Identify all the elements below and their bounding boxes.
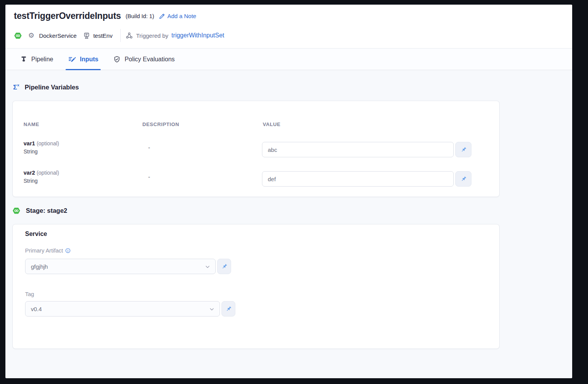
column-header-description: DESCRIPTION (142, 121, 179, 127)
meta-row: ⚙ DockerService testEnv (14, 29, 224, 42)
app-window: testTriggerOverrideInputs (Build Id: 1) … (5, 5, 572, 378)
service-card: Service Primary Artifact gfgjhjh (12, 224, 500, 349)
triggered-by-label: Triggered by (136, 32, 169, 39)
build-id: (Build Id: 1) (125, 13, 154, 19)
info-icon[interactable] (65, 248, 71, 253)
add-note-label: Add a Note (167, 13, 196, 19)
pipeline-icon (20, 56, 27, 63)
divider (120, 29, 121, 42)
pin-button[interactable] (455, 142, 471, 157)
pencil-icon (159, 13, 165, 19)
variable-type: String (24, 178, 59, 184)
column-header-name: NAME (24, 121, 39, 127)
tab-policy-label: Policy Evaluations (125, 56, 175, 63)
tab-pipeline[interactable]: Pipeline (19, 49, 54, 70)
service-name: DockerService (39, 32, 77, 39)
shield-check-icon (113, 56, 121, 63)
variable-description: - (148, 144, 150, 151)
webhook-trigger-icon (125, 32, 133, 39)
primary-artifact-field-group: gfgjhjh (25, 259, 231, 274)
variable-value-input[interactable] (262, 171, 454, 187)
gear-icon: ⚙ (28, 32, 34, 39)
tag-select[interactable]: v0.4 (25, 301, 220, 317)
sigma-variables-icon: Σ× (13, 83, 19, 91)
tab-inputs[interactable]: Inputs (67, 49, 99, 70)
service-card-title: Service (25, 231, 47, 237)
pin-button[interactable] (455, 171, 471, 187)
variable-optional-label: (optional) (37, 170, 59, 176)
variable-description: - (148, 173, 150, 180)
tag-value: v0.4 (31, 306, 42, 312)
chevron-down-icon (209, 306, 215, 312)
tab-policy-evaluations[interactable]: Policy Evaluations (112, 49, 176, 70)
column-header-value: VALUE (263, 121, 280, 127)
tag-label: Tag (25, 291, 34, 297)
tag-field-group: v0.4 (25, 301, 235, 317)
pipeline-variables-title: Pipeline Variables (25, 84, 79, 91)
inputs-edit-icon (68, 55, 76, 63)
variable-value-group (262, 142, 471, 157)
primary-artifact-value: gfgjhjh (31, 263, 48, 270)
title-row: testTriggerOverrideInputs (Build Id: 1) … (14, 11, 196, 21)
primary-artifact-label: Primary Artifact (25, 248, 71, 254)
variable-value-group (262, 171, 471, 187)
environment-name: testEnv (93, 32, 113, 39)
variable-value-input[interactable] (262, 142, 454, 157)
tab-bar: Pipeline Inputs Policy Ev (5, 48, 572, 70)
variable-name: var2 (24, 170, 35, 176)
inputs-tab-content: Σ× Pipeline Variables NAME DESCRIPTION V… (5, 70, 572, 378)
variable-type: String (24, 148, 59, 155)
environment-icon (83, 32, 90, 39)
cd-stage-icon (14, 31, 22, 40)
page-title: testTriggerOverrideInputs (14, 11, 121, 21)
chevron-down-icon (204, 264, 211, 270)
pin-button[interactable] (217, 259, 231, 274)
stage-title: Stage: stage2 (26, 207, 67, 214)
pipeline-variables-heading: Σ× Pipeline Variables (13, 83, 79, 91)
trigger-link[interactable]: triggerWithInputSet (171, 32, 224, 39)
primary-artifact-select[interactable]: gfgjhjh (25, 259, 216, 274)
pin-button[interactable] (221, 301, 235, 317)
variable-row-name: var2 (optional) String (24, 170, 59, 184)
stage-heading: Stage: stage2 (12, 206, 67, 215)
variable-name: var1 (24, 140, 35, 147)
variable-row-name: var1 (optional) String (24, 140, 59, 155)
add-note-button[interactable]: Add a Note (159, 13, 196, 19)
cd-stage-icon (12, 206, 20, 215)
execution-header: testTriggerOverrideInputs (Build Id: 1) … (5, 5, 572, 48)
tab-inputs-label: Inputs (80, 56, 98, 63)
tab-pipeline-label: Pipeline (31, 56, 53, 63)
variable-optional-label: (optional) (37, 140, 59, 147)
pipeline-variables-card: NAME DESCRIPTION VALUE var1 (optional) S… (12, 101, 500, 197)
